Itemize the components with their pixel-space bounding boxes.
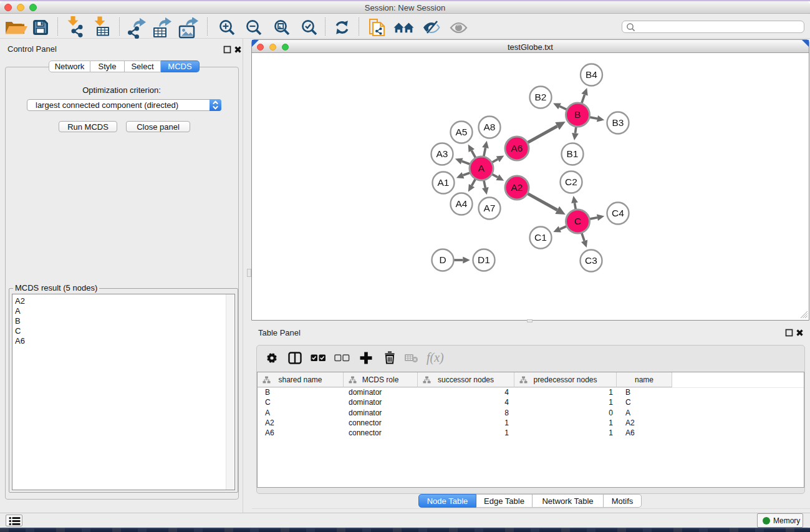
- svg-text:C4: C4: [612, 208, 624, 218]
- svg-text:D1: D1: [478, 254, 490, 265]
- svg-text:C1: C1: [534, 232, 547, 243]
- svg-text:C: C: [574, 216, 581, 226]
- svg-text:B4: B4: [586, 69, 597, 80]
- svg-text:D: D: [439, 254, 446, 265]
- svg-text:A5: A5: [456, 127, 468, 137]
- svg-text:B2: B2: [535, 92, 547, 102]
- svg-text:A: A: [478, 163, 485, 173]
- svg-text:A3: A3: [436, 148, 448, 159]
- svg-text:A2: A2: [511, 182, 523, 193]
- svg-text:A4: A4: [456, 198, 468, 209]
- svg-text:B: B: [574, 109, 581, 120]
- svg-text:C2: C2: [565, 177, 577, 187]
- svg-text:B3: B3: [612, 117, 624, 128]
- svg-text:A8: A8: [484, 122, 496, 132]
- svg-text:A1: A1: [438, 177, 450, 188]
- svg-text:B1: B1: [567, 148, 579, 159]
- svg-text:A6: A6: [511, 143, 523, 153]
- svg-text:C3: C3: [585, 255, 597, 266]
- svg-text:A7: A7: [484, 203, 496, 213]
